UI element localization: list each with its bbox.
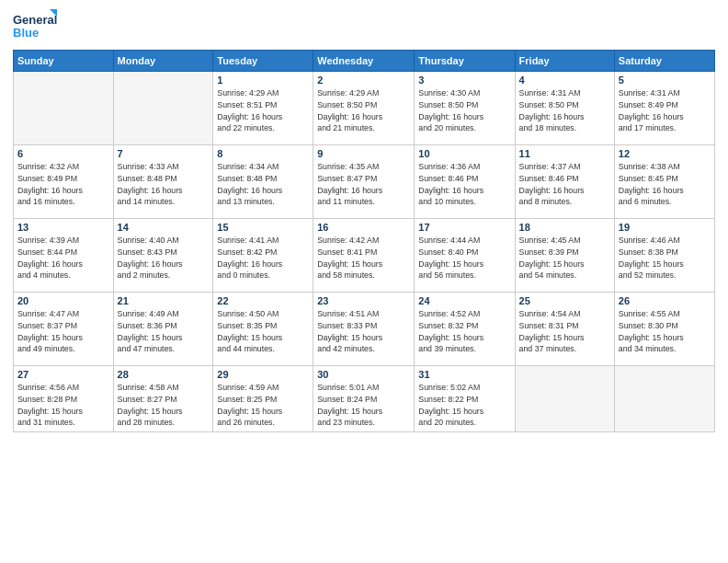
week-row-2: 6Sunrise: 4:32 AM Sunset: 8:49 PM Daylig… [14, 145, 715, 219]
day-number: 14 [118, 222, 210, 233]
day-info: Sunrise: 4:58 AM Sunset: 8:27 PM Dayligh… [118, 382, 210, 429]
calendar-cell: 1Sunrise: 4:29 AM Sunset: 8:51 PM Daylig… [213, 72, 313, 145]
calendar-cell: 11Sunrise: 4:37 AM Sunset: 8:46 PM Dayli… [515, 145, 614, 219]
day-number: 15 [217, 222, 309, 233]
day-info: Sunrise: 4:50 AM Sunset: 8:35 PM Dayligh… [217, 308, 309, 355]
calendar-cell: 10Sunrise: 4:36 AM Sunset: 8:46 PM Dayli… [415, 145, 515, 219]
logo-svg: General Blue [13, 9, 59, 44]
day-info: Sunrise: 4:56 AM Sunset: 8:28 PM Dayligh… [17, 382, 109, 429]
day-number: 1 [217, 75, 309, 86]
week-row-4: 20Sunrise: 4:47 AM Sunset: 8:37 PM Dayli… [14, 293, 715, 366]
day-number: 10 [418, 148, 510, 159]
weekday-header-wednesday: Wednesday [313, 51, 415, 72]
calendar-cell: 8Sunrise: 4:34 AM Sunset: 8:48 PM Daylig… [213, 145, 313, 219]
day-number: 13 [17, 222, 109, 233]
svg-text:Blue: Blue [13, 26, 39, 40]
day-number: 29 [217, 369, 309, 380]
day-number: 18 [519, 222, 610, 233]
weekday-header-saturday: Saturday [614, 51, 714, 72]
weekday-header-sunday: Sunday [14, 51, 114, 72]
day-number: 23 [317, 295, 410, 306]
day-info: Sunrise: 5:02 AM Sunset: 8:22 PM Dayligh… [418, 382, 510, 429]
day-number: 31 [418, 369, 510, 380]
calendar-cell: 17Sunrise: 4:44 AM Sunset: 8:40 PM Dayli… [415, 219, 515, 293]
header: General Blue [13, 9, 715, 44]
calendar-cell: 27Sunrise: 4:56 AM Sunset: 8:28 PM Dayli… [14, 366, 114, 432]
day-number: 6 [17, 148, 109, 159]
day-info: Sunrise: 4:29 AM Sunset: 8:50 PM Dayligh… [317, 87, 410, 134]
weekday-header-monday: Monday [113, 51, 213, 72]
calendar-cell: 29Sunrise: 4:59 AM Sunset: 8:25 PM Dayli… [213, 366, 313, 432]
day-number: 20 [17, 295, 109, 306]
day-info: Sunrise: 4:41 AM Sunset: 8:42 PM Dayligh… [217, 235, 309, 282]
week-row-5: 27Sunrise: 4:56 AM Sunset: 8:28 PM Dayli… [14, 366, 715, 432]
calendar-cell: 18Sunrise: 4:45 AM Sunset: 8:39 PM Dayli… [515, 219, 614, 293]
calendar-cell: 15Sunrise: 4:41 AM Sunset: 8:42 PM Dayli… [213, 219, 313, 293]
day-info: Sunrise: 4:49 AM Sunset: 8:36 PM Dayligh… [118, 308, 210, 355]
day-info: Sunrise: 4:32 AM Sunset: 8:49 PM Dayligh… [17, 161, 109, 208]
week-row-3: 13Sunrise: 4:39 AM Sunset: 8:44 PM Dayli… [14, 219, 715, 293]
day-info: Sunrise: 4:29 AM Sunset: 8:51 PM Dayligh… [217, 87, 309, 134]
calendar: SundayMondayTuesdayWednesdayThursdayFrid… [13, 50, 715, 432]
day-info: Sunrise: 4:51 AM Sunset: 8:33 PM Dayligh… [317, 308, 410, 355]
svg-text:General: General [13, 13, 57, 27]
day-info: Sunrise: 4:33 AM Sunset: 8:48 PM Dayligh… [118, 161, 210, 208]
calendar-cell: 21Sunrise: 4:49 AM Sunset: 8:36 PM Dayli… [113, 293, 213, 366]
calendar-cell: 28Sunrise: 4:58 AM Sunset: 8:27 PM Dayli… [113, 366, 213, 432]
day-number: 21 [118, 295, 210, 306]
calendar-cell [113, 72, 213, 145]
calendar-cell: 12Sunrise: 4:38 AM Sunset: 8:45 PM Dayli… [614, 145, 714, 219]
day-info: Sunrise: 4:40 AM Sunset: 8:43 PM Dayligh… [118, 235, 210, 282]
day-number: 3 [418, 75, 510, 86]
day-info: Sunrise: 4:30 AM Sunset: 8:50 PM Dayligh… [418, 87, 510, 134]
calendar-cell: 30Sunrise: 5:01 AM Sunset: 8:24 PM Dayli… [313, 366, 415, 432]
calendar-cell: 25Sunrise: 4:54 AM Sunset: 8:31 PM Dayli… [515, 293, 614, 366]
day-number: 4 [519, 75, 610, 86]
day-info: Sunrise: 4:36 AM Sunset: 8:46 PM Dayligh… [418, 161, 510, 208]
calendar-cell: 14Sunrise: 4:40 AM Sunset: 8:43 PM Dayli… [113, 219, 213, 293]
day-info: Sunrise: 4:34 AM Sunset: 8:48 PM Dayligh… [217, 161, 309, 208]
calendar-cell: 7Sunrise: 4:33 AM Sunset: 8:48 PM Daylig… [113, 145, 213, 219]
day-number: 27 [17, 369, 109, 380]
calendar-cell [14, 72, 114, 145]
calendar-cell: 31Sunrise: 5:02 AM Sunset: 8:22 PM Dayli… [415, 366, 515, 432]
day-number: 22 [217, 295, 309, 306]
day-number: 25 [519, 295, 610, 306]
day-number: 11 [519, 148, 610, 159]
day-info: Sunrise: 4:39 AM Sunset: 8:44 PM Dayligh… [17, 235, 109, 282]
weekday-header-thursday: Thursday [415, 51, 515, 72]
day-info: Sunrise: 4:42 AM Sunset: 8:41 PM Dayligh… [317, 235, 410, 282]
day-info: Sunrise: 4:46 AM Sunset: 8:38 PM Dayligh… [619, 235, 711, 282]
calendar-cell: 3Sunrise: 4:30 AM Sunset: 8:50 PM Daylig… [415, 72, 515, 145]
day-info: Sunrise: 4:47 AM Sunset: 8:37 PM Dayligh… [17, 308, 109, 355]
calendar-cell: 5Sunrise: 4:31 AM Sunset: 8:49 PM Daylig… [614, 72, 714, 145]
day-info: Sunrise: 4:35 AM Sunset: 8:47 PM Dayligh… [317, 161, 410, 208]
logo: General Blue [13, 9, 59, 44]
calendar-cell: 26Sunrise: 4:55 AM Sunset: 8:30 PM Dayli… [614, 293, 714, 366]
calendar-cell: 16Sunrise: 4:42 AM Sunset: 8:41 PM Dayli… [313, 219, 415, 293]
day-info: Sunrise: 4:37 AM Sunset: 8:46 PM Dayligh… [519, 161, 610, 208]
day-info: Sunrise: 4:52 AM Sunset: 8:32 PM Dayligh… [418, 308, 510, 355]
day-info: Sunrise: 4:45 AM Sunset: 8:39 PM Dayligh… [519, 235, 610, 282]
day-number: 28 [118, 369, 210, 380]
day-info: Sunrise: 5:01 AM Sunset: 8:24 PM Dayligh… [317, 382, 410, 429]
week-row-1: 1Sunrise: 4:29 AM Sunset: 8:51 PM Daylig… [14, 72, 715, 145]
calendar-cell: 9Sunrise: 4:35 AM Sunset: 8:47 PM Daylig… [313, 145, 415, 219]
calendar-cell: 2Sunrise: 4:29 AM Sunset: 8:50 PM Daylig… [313, 72, 415, 145]
day-info: Sunrise: 4:38 AM Sunset: 8:45 PM Dayligh… [619, 161, 711, 208]
calendar-cell [515, 366, 614, 432]
day-number: 17 [418, 222, 510, 233]
day-info: Sunrise: 4:31 AM Sunset: 8:49 PM Dayligh… [619, 87, 711, 134]
day-number: 8 [217, 148, 309, 159]
day-info: Sunrise: 4:55 AM Sunset: 8:30 PM Dayligh… [619, 308, 711, 355]
day-number: 19 [619, 222, 711, 233]
day-info: Sunrise: 4:54 AM Sunset: 8:31 PM Dayligh… [519, 308, 610, 355]
day-number: 7 [118, 148, 210, 159]
day-number: 26 [619, 295, 711, 306]
calendar-cell: 19Sunrise: 4:46 AM Sunset: 8:38 PM Dayli… [614, 219, 714, 293]
weekday-header-tuesday: Tuesday [213, 51, 313, 72]
calendar-cell: 24Sunrise: 4:52 AM Sunset: 8:32 PM Dayli… [415, 293, 515, 366]
day-info: Sunrise: 4:44 AM Sunset: 8:40 PM Dayligh… [418, 235, 510, 282]
calendar-cell: 23Sunrise: 4:51 AM Sunset: 8:33 PM Dayli… [313, 293, 415, 366]
weekday-header-friday: Friday [515, 51, 614, 72]
